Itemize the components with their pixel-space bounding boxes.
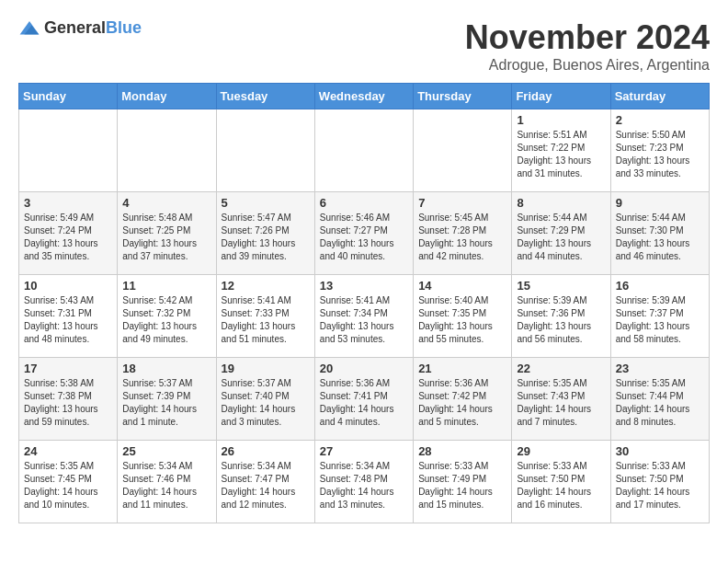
calendar-cell: 1Sunrise: 5:51 AM Sunset: 7:22 PM Daylig… bbox=[512, 109, 610, 192]
calendar-cell: 17Sunrise: 5:38 AM Sunset: 7:38 PM Dayli… bbox=[19, 358, 118, 441]
day-number: 13 bbox=[320, 279, 408, 293]
day-info: Sunrise: 5:44 AM Sunset: 7:29 PM Dayligh… bbox=[517, 212, 605, 263]
day-number: 11 bbox=[122, 279, 210, 293]
day-number: 9 bbox=[616, 196, 704, 210]
logo: GeneralBlue bbox=[18, 18, 142, 38]
location-title: Adrogue, Buenos Aires, Argentina bbox=[465, 57, 710, 74]
day-info: Sunrise: 5:47 AM Sunset: 7:26 PM Dayligh… bbox=[222, 212, 310, 263]
weekday-header: Wednesday bbox=[314, 84, 413, 109]
day-number: 25 bbox=[122, 444, 210, 458]
day-info: Sunrise: 5:35 AM Sunset: 7:43 PM Dayligh… bbox=[517, 377, 605, 429]
day-number: 1 bbox=[517, 113, 605, 127]
calendar-cell bbox=[216, 109, 314, 192]
calendar-cell: 30Sunrise: 5:33 AM Sunset: 7:50 PM Dayli… bbox=[610, 441, 709, 523]
day-info: Sunrise: 5:42 AM Sunset: 7:32 PM Dayligh… bbox=[122, 294, 210, 346]
day-info: Sunrise: 5:34 AM Sunset: 7:48 PM Dayligh… bbox=[320, 460, 408, 511]
calendar-week-row: 10Sunrise: 5:43 AM Sunset: 7:31 PM Dayli… bbox=[19, 275, 710, 358]
calendar-cell: 3Sunrise: 5:49 AM Sunset: 7:24 PM Daylig… bbox=[19, 192, 118, 275]
day-number: 30 bbox=[616, 444, 704, 458]
calendar-cell: 8Sunrise: 5:44 AM Sunset: 7:29 PM Daylig… bbox=[512, 192, 610, 275]
day-info: Sunrise: 5:51 AM Sunset: 7:22 PM Dayligh… bbox=[517, 129, 605, 180]
calendar-cell: 21Sunrise: 5:36 AM Sunset: 7:42 PM Dayli… bbox=[414, 358, 512, 441]
calendar-week-row: 17Sunrise: 5:38 AM Sunset: 7:38 PM Dayli… bbox=[19, 358, 710, 441]
day-number: 3 bbox=[24, 196, 112, 210]
calendar-cell: 27Sunrise: 5:34 AM Sunset: 7:48 PM Dayli… bbox=[314, 441, 413, 523]
day-info: Sunrise: 5:37 AM Sunset: 7:40 PM Dayligh… bbox=[222, 377, 310, 429]
calendar-cell bbox=[414, 109, 512, 192]
calendar-cell: 2Sunrise: 5:50 AM Sunset: 7:23 PM Daylig… bbox=[610, 109, 709, 192]
logo-blue: Blue bbox=[106, 18, 142, 37]
day-number: 10 bbox=[24, 279, 112, 293]
calendar-cell: 11Sunrise: 5:42 AM Sunset: 7:32 PM Dayli… bbox=[118, 275, 216, 358]
calendar-cell: 6Sunrise: 5:46 AM Sunset: 7:27 PM Daylig… bbox=[314, 192, 413, 275]
day-info: Sunrise: 5:40 AM Sunset: 7:35 PM Dayligh… bbox=[418, 294, 506, 346]
day-info: Sunrise: 5:34 AM Sunset: 7:47 PM Dayligh… bbox=[222, 460, 310, 511]
day-info: Sunrise: 5:46 AM Sunset: 7:27 PM Dayligh… bbox=[320, 212, 408, 263]
day-info: Sunrise: 5:39 AM Sunset: 7:36 PM Dayligh… bbox=[517, 294, 605, 346]
day-number: 17 bbox=[24, 362, 112, 375]
calendar-cell bbox=[118, 109, 216, 192]
day-info: Sunrise: 5:33 AM Sunset: 7:49 PM Dayligh… bbox=[418, 460, 506, 511]
calendar-cell: 18Sunrise: 5:37 AM Sunset: 7:39 PM Dayli… bbox=[118, 358, 216, 441]
day-info: Sunrise: 5:39 AM Sunset: 7:37 PM Dayligh… bbox=[616, 294, 704, 346]
day-info: Sunrise: 5:43 AM Sunset: 7:31 PM Dayligh… bbox=[24, 294, 112, 346]
calendar-cell: 13Sunrise: 5:41 AM Sunset: 7:34 PM Dayli… bbox=[314, 275, 413, 358]
day-number: 15 bbox=[517, 279, 605, 293]
day-number: 5 bbox=[222, 196, 310, 210]
weekday-header: Thursday bbox=[414, 84, 512, 109]
weekday-header: Friday bbox=[512, 84, 610, 109]
day-number: 4 bbox=[122, 196, 210, 210]
title-block: November 2024 Adrogue, Buenos Aires, Arg… bbox=[465, 18, 710, 74]
calendar-week-row: 3Sunrise: 5:49 AM Sunset: 7:24 PM Daylig… bbox=[19, 192, 710, 275]
weekday-header: Tuesday bbox=[216, 84, 314, 109]
calendar-week-row: 1Sunrise: 5:51 AM Sunset: 7:22 PM Daylig… bbox=[19, 109, 710, 192]
calendar-cell: 16Sunrise: 5:39 AM Sunset: 7:37 PM Dayli… bbox=[610, 275, 709, 358]
day-info: Sunrise: 5:38 AM Sunset: 7:38 PM Dayligh… bbox=[24, 377, 112, 429]
day-info: Sunrise: 5:36 AM Sunset: 7:42 PM Dayligh… bbox=[418, 377, 506, 429]
day-number: 8 bbox=[517, 196, 605, 210]
weekday-header: Monday bbox=[118, 84, 216, 109]
calendar-cell: 5Sunrise: 5:47 AM Sunset: 7:26 PM Daylig… bbox=[216, 192, 314, 275]
day-number: 27 bbox=[320, 444, 408, 458]
calendar-cell: 22Sunrise: 5:35 AM Sunset: 7:43 PM Dayli… bbox=[512, 358, 610, 441]
day-number: 22 bbox=[517, 362, 605, 375]
page-header: GeneralBlue November 2024 Adrogue, Bueno… bbox=[18, 18, 710, 74]
calendar-cell: 15Sunrise: 5:39 AM Sunset: 7:36 PM Dayli… bbox=[512, 275, 610, 358]
calendar-cell: 20Sunrise: 5:36 AM Sunset: 7:41 PM Dayli… bbox=[314, 358, 413, 441]
day-number: 12 bbox=[222, 279, 310, 293]
day-info: Sunrise: 5:37 AM Sunset: 7:39 PM Dayligh… bbox=[122, 377, 210, 429]
day-info: Sunrise: 5:33 AM Sunset: 7:50 PM Dayligh… bbox=[616, 460, 704, 511]
calendar-cell: 9Sunrise: 5:44 AM Sunset: 7:30 PM Daylig… bbox=[610, 192, 709, 275]
day-number: 7 bbox=[418, 196, 506, 210]
day-number: 18 bbox=[122, 362, 210, 375]
calendar-cell: 12Sunrise: 5:41 AM Sunset: 7:33 PM Dayli… bbox=[216, 275, 314, 358]
day-info: Sunrise: 5:45 AM Sunset: 7:28 PM Dayligh… bbox=[418, 212, 506, 263]
calendar-cell bbox=[19, 109, 118, 192]
month-title: November 2024 bbox=[465, 18, 710, 57]
calendar-header-row: SundayMondayTuesdayWednesdayThursdayFrid… bbox=[19, 84, 710, 109]
calendar-cell: 19Sunrise: 5:37 AM Sunset: 7:40 PM Dayli… bbox=[216, 358, 314, 441]
weekday-header: Saturday bbox=[610, 84, 709, 109]
calendar-cell: 25Sunrise: 5:34 AM Sunset: 7:46 PM Dayli… bbox=[118, 441, 216, 523]
day-info: Sunrise: 5:50 AM Sunset: 7:23 PM Dayligh… bbox=[616, 129, 704, 180]
day-number: 14 bbox=[418, 279, 506, 293]
day-info: Sunrise: 5:48 AM Sunset: 7:25 PM Dayligh… bbox=[122, 212, 210, 263]
calendar-cell: 10Sunrise: 5:43 AM Sunset: 7:31 PM Dayli… bbox=[19, 275, 118, 358]
day-number: 19 bbox=[222, 362, 310, 375]
day-info: Sunrise: 5:44 AM Sunset: 7:30 PM Dayligh… bbox=[616, 212, 704, 263]
day-number: 2 bbox=[616, 113, 704, 127]
calendar-cell: 14Sunrise: 5:40 AM Sunset: 7:35 PM Dayli… bbox=[414, 275, 512, 358]
day-number: 29 bbox=[517, 444, 605, 458]
calendar-cell: 7Sunrise: 5:45 AM Sunset: 7:28 PM Daylig… bbox=[414, 192, 512, 275]
weekday-header: Sunday bbox=[19, 84, 118, 109]
calendar-week-row: 24Sunrise: 5:35 AM Sunset: 7:45 PM Dayli… bbox=[19, 441, 710, 523]
calendar-cell: 4Sunrise: 5:48 AM Sunset: 7:25 PM Daylig… bbox=[118, 192, 216, 275]
calendar-cell: 29Sunrise: 5:33 AM Sunset: 7:50 PM Dayli… bbox=[512, 441, 610, 523]
day-info: Sunrise: 5:36 AM Sunset: 7:41 PM Dayligh… bbox=[320, 377, 408, 429]
day-number: 16 bbox=[616, 279, 704, 293]
calendar-cell: 26Sunrise: 5:34 AM Sunset: 7:47 PM Dayli… bbox=[216, 441, 314, 523]
day-info: Sunrise: 5:33 AM Sunset: 7:50 PM Dayligh… bbox=[517, 460, 605, 511]
logo-general: General bbox=[44, 18, 106, 37]
day-info: Sunrise: 5:35 AM Sunset: 7:44 PM Dayligh… bbox=[616, 377, 704, 429]
calendar-cell: 28Sunrise: 5:33 AM Sunset: 7:49 PM Dayli… bbox=[414, 441, 512, 523]
